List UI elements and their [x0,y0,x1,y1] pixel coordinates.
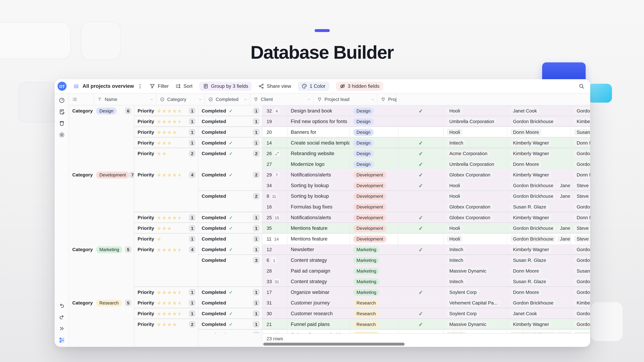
client-cell[interactable]: Umbrella Corporation [444,159,507,170]
table-row[interactable]: 34Sorting by lookupDevelopment✓HooliGord… [262,180,590,191]
table-row[interactable]: 61Content strategyMarketingInitechSusan … [262,255,590,266]
project-lead-cell[interactable]: Susan R. Glaze [507,255,571,266]
client-cell[interactable]: Initech [444,255,507,266]
completed-cell[interactable] [398,191,444,202]
client-cell[interactable]: Hooli [444,127,507,138]
completed-cell[interactable]: ✓ [398,169,444,180]
group-header-category[interactable]: Category Research 5 [69,298,134,333]
name-cell[interactable]: Sorting by lookup [288,180,350,191]
group-header-priority[interactable]: Priority ★★★★★ 1 [134,105,198,116]
group-header-category[interactable]: Category Development 7 [69,169,134,244]
extra-link-cell[interactable]: Gordon [571,319,590,330]
category-cell[interactable]: Marketing [350,276,398,287]
table-row[interactable]: 1114Mentions featureDevelopmentHooliGord… [262,234,590,244]
extra-link-cell[interactable]: Gordon [571,255,590,266]
table-row[interactable]: 2515Notifications/alertsDevelopment✓Glob… [262,212,590,223]
category-cell[interactable]: Development [350,180,398,191]
name-cell[interactable]: Sorting by lookup [288,191,350,202]
category-cell[interactable]: Marketing [350,287,398,298]
client-cell[interactable]: Initech [444,276,507,287]
client-cell[interactable]: Initech [444,138,507,148]
name-cell[interactable]: Customer research [288,308,350,319]
extra-link-cell[interactable]: Gordon [571,159,590,170]
project-lead-cell[interactable]: Kimberly Wagner [507,319,571,330]
completed-cell[interactable] [398,276,444,287]
name-cell[interactable]: Rebranding website [288,148,350,159]
gear-icon[interactable] [58,132,65,138]
completed-cell[interactable]: ✓ [398,319,444,330]
category-cell[interactable]: Marketing [350,244,398,255]
completed-cell[interactable]: ✓ [398,212,444,223]
completed-cell[interactable] [398,202,444,212]
group-header-completed[interactable]: Completed ✓ 1 [198,138,262,148]
project-lead-cell[interactable]: Gordon BrickhouseJanet Co [507,234,571,244]
extra-link-cell[interactable]: Donn M [571,212,590,223]
extra-link-cell[interactable]: Donn M [571,169,590,180]
category-cell[interactable]: Marketing [350,255,398,266]
extra-link-cell[interactable]: Gordon [571,244,590,255]
table-row[interactable]: 26Rebranding websiteDesign✓Acme Corporat… [262,148,590,159]
group-header-priority[interactable]: Priority ★★★ 1 [134,138,198,148]
group-header-priority[interactable]: Priority ★★★★★ 4 [134,244,198,287]
group-header-completed[interactable]: Completed 1 [198,127,262,138]
group-header-priority[interactable]: Priority ★★★★★ 1 [134,212,198,223]
group-header-category[interactable]: Category Design 6 [69,105,134,170]
group-header-priority[interactable]: Priority ★★★★★ 1 [134,287,198,298]
client-cell[interactable]: Hooli [444,180,507,191]
name-cell[interactable]: Mentions feature [288,234,350,244]
column-header-proje[interactable]: Proje [378,94,397,105]
search-icon[interactable] [579,83,584,89]
extra-link-cell[interactable]: Susan R [571,266,590,276]
category-cell[interactable]: Design [350,148,398,159]
project-lead-cell[interactable]: Donn Moore [507,287,571,298]
group-header-completed[interactable]: Completed ✓ 1 [198,287,262,298]
project-lead-cell[interactable]: Kimberly Wagner [507,212,571,223]
client-cell[interactable]: Acme Corporation [444,148,507,159]
name-cell[interactable]: Onboarding steps/guide [288,330,350,333]
completed-cell[interactable] [398,116,444,127]
category-cell[interactable]: Design [350,127,398,138]
table-row[interactable]: 3331Content strategyMarketingInitechSusa… [262,276,590,287]
column-header-name[interactable]: Name [94,94,156,105]
completed-cell[interactable] [398,234,444,244]
category-cell[interactable]: Development [350,202,398,212]
apps-icon[interactable] [58,337,65,343]
client-cell[interactable]: Umbrella Corporation [444,116,507,127]
table-row[interactable]: 16Formulas bug fixesDevelopmentGlobex Co… [262,202,590,212]
completed-cell[interactable] [398,330,444,333]
client-cell[interactable]: Soylent Corp [444,287,507,298]
table-row[interactable]: 811Sorting by lookupDevelopmentHooliGord… [262,191,590,202]
category-cell[interactable]: Development [350,212,398,223]
completed-cell[interactable]: ✓ [398,159,444,170]
extra-link-cell[interactable]: Gordon [571,308,590,319]
menu-icon[interactable] [73,83,79,89]
group-header-completed[interactable]: Completed 1 [198,298,262,308]
project-lead-cell[interactable]: Gordon BrickhouseJanet Co [507,223,571,234]
client-cell[interactable]: Hooli [444,223,507,234]
group-header-completed[interactable]: Completed ✓ 1 [198,319,262,330]
name-cell[interactable]: Design brand book [288,105,350,116]
redo-icon[interactable] [58,314,65,320]
name-cell[interactable]: Notifications/alerts [288,169,350,180]
table-row[interactable]: 20Banners forDesignHooliDonn MooreSusan … [262,127,590,138]
completed-cell[interactable] [398,127,444,138]
name-cell[interactable]: Modernize logo [288,159,350,170]
completed-cell[interactable] [398,298,444,308]
project-lead-cell[interactable]: Susan R. Glaze [507,202,571,212]
table-row[interactable]: 31Customer journeyResearchVehement Capit… [262,298,590,308]
extra-link-cell[interactable]: Gordon [571,105,590,116]
group-header-completed[interactable]: Completed ✓ 1 [198,212,262,223]
table-row[interactable]: 27Modernize logoDesign✓Umbrella Corporat… [262,159,590,170]
name-cell[interactable]: Customer journey [288,298,350,308]
gauge-icon[interactable] [58,97,65,103]
project-lead-cell[interactable]: Gordon Brickhouse [507,298,571,308]
group-header-completed[interactable]: Completed ✓ 1 [198,105,262,116]
completed-cell[interactable]: ✓ [398,244,444,255]
table-row[interactable]: 14Create social media templa...Design✓In… [262,138,590,148]
group-header-priority[interactable]: Priority ★★★★★ 1 [134,116,198,127]
share-view-button[interactable]: Share view [258,83,291,89]
client-cell[interactable]: Globex Corporation [444,169,507,180]
group-header-completed[interactable]: Completed ✓ 1 [198,308,262,319]
client-cell[interactable]: Globex Corporation [444,202,507,212]
project-lead-cell[interactable]: Gordon BrickhouseJanet Co [507,330,571,333]
